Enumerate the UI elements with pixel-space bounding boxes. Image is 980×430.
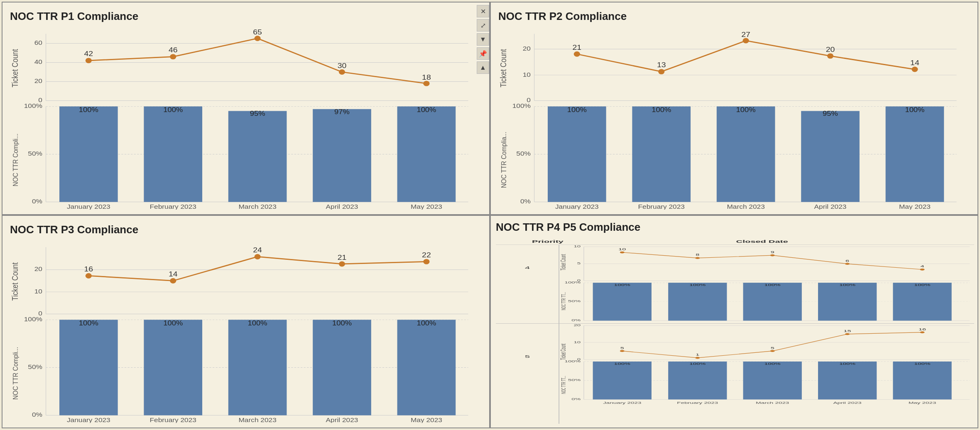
svg-text:100%: 100% <box>614 362 630 365</box>
svg-text:100%: 100% <box>839 283 855 286</box>
svg-text:100%: 100% <box>564 281 581 284</box>
svg-point-83 <box>170 278 176 283</box>
close-button[interactable]: ✕ <box>477 5 489 17</box>
svg-text:40: 40 <box>34 58 42 65</box>
expand-button[interactable]: ▲ <box>477 61 489 74</box>
filter-button[interactable]: ▼ <box>477 33 489 46</box>
svg-text:April 2023: April 2023 <box>326 203 358 210</box>
svg-rect-101 <box>228 320 287 415</box>
svg-text:100%: 100% <box>689 283 706 286</box>
svg-rect-60 <box>548 106 606 202</box>
svg-text:100%: 100% <box>79 106 98 113</box>
svg-rect-141 <box>668 283 727 320</box>
svg-text:20: 20 <box>573 324 581 327</box>
svg-rect-143 <box>818 283 877 320</box>
export-button[interactable]: ⤢ <box>477 19 489 32</box>
svg-text:20: 20 <box>826 46 835 53</box>
svg-text:100%: 100% <box>512 102 531 109</box>
svg-text:1: 1 <box>696 353 699 357</box>
svg-text:March 2023: March 2023 <box>756 401 789 404</box>
svg-point-161 <box>845 333 850 335</box>
svg-text:January 2023: January 2023 <box>603 401 641 404</box>
p5-label: 5 <box>525 354 530 359</box>
svg-rect-144 <box>893 283 951 320</box>
svg-text:42: 42 <box>84 50 93 57</box>
pin-button[interactable]: 📌 <box>477 47 489 60</box>
svg-point-9 <box>86 58 92 63</box>
svg-point-82 <box>86 273 92 279</box>
svg-text:21: 21 <box>573 44 582 51</box>
svg-point-160 <box>770 350 775 352</box>
svg-point-45 <box>743 38 749 44</box>
svg-text:April 2023: April 2023 <box>814 203 847 210</box>
svg-text:13: 13 <box>657 61 666 69</box>
panel-p1-title: NOC TTR P1 Compliance <box>10 10 482 23</box>
svg-text:10: 10 <box>34 288 42 294</box>
svg-text:March 2023: March 2023 <box>727 203 764 210</box>
svg-point-125 <box>770 254 775 257</box>
svg-text:100%: 100% <box>416 106 436 113</box>
y-axis-label-p2-bottom: NOC TTR Complia... <box>500 132 507 188</box>
svg-point-11 <box>255 36 261 41</box>
svg-point-127 <box>920 269 925 271</box>
p4-noc-ttr-label: NOC TTR TT... <box>560 292 567 310</box>
panel-p1-chart: Ticket Count 0 20 40 60 <box>10 26 482 210</box>
svg-text:100%: 100% <box>764 283 781 286</box>
svg-rect-99 <box>59 320 118 415</box>
dashboard: ✕ ⤢ ▼ 📌 ▲ NOC TTR P1 Compliance Ticket C… <box>0 0 980 430</box>
svg-point-126 <box>845 263 850 265</box>
svg-text:16: 16 <box>919 327 926 331</box>
svg-text:15: 15 <box>844 330 851 333</box>
p5-ticket-count-label: Ticket Count <box>560 344 567 360</box>
svg-rect-179 <box>893 362 951 399</box>
svg-text:0%: 0% <box>571 319 581 322</box>
svg-rect-175 <box>593 362 652 399</box>
svg-text:100%: 100% <box>839 362 855 365</box>
svg-text:46: 46 <box>169 46 178 54</box>
svg-text:January 2023: January 2023 <box>67 416 110 423</box>
svg-text:30: 30 <box>338 62 347 70</box>
panel-p1: ✕ ⤢ ▼ 📌 ▲ NOC TTR P1 Compliance Ticket C… <box>2 2 490 215</box>
svg-text:0%: 0% <box>571 398 581 401</box>
svg-point-84 <box>255 254 261 259</box>
panel-p3-chart: Ticket Count 0 10 20 16 <box>10 239 482 423</box>
svg-text:10: 10 <box>573 341 581 344</box>
svg-text:100%: 100% <box>652 106 671 113</box>
svg-text:100%: 100% <box>914 283 931 286</box>
svg-text:100%: 100% <box>24 315 42 322</box>
svg-text:0%: 0% <box>520 198 531 205</box>
panel-p4p5-title: NOC TTR P4 P5 Compliance <box>496 221 974 234</box>
svg-text:May 2023: May 2023 <box>411 203 442 210</box>
svg-rect-178 <box>818 362 877 399</box>
svg-text:21: 21 <box>338 254 347 261</box>
p4-ticket-count-label: Ticket Count <box>560 254 567 270</box>
svg-point-10 <box>170 54 176 59</box>
svg-text:100%: 100% <box>248 320 267 327</box>
svg-text:March 2023: March 2023 <box>238 416 276 423</box>
svg-rect-100 <box>144 320 202 415</box>
svg-text:95%: 95% <box>823 110 838 117</box>
svg-text:9: 9 <box>771 251 774 254</box>
bar-p1-mar <box>228 111 287 202</box>
svg-text:May 2023: May 2023 <box>411 416 442 423</box>
svg-text:50%: 50% <box>568 379 581 381</box>
svg-text:100%: 100% <box>614 283 630 286</box>
svg-text:February 2023: February 2023 <box>638 203 685 210</box>
svg-text:18: 18 <box>422 73 431 81</box>
svg-point-124 <box>695 257 700 259</box>
svg-text:February 2023: February 2023 <box>677 401 718 404</box>
svg-text:5: 5 <box>577 262 581 265</box>
p5-noc-ttr-label: NOC TTR TT... <box>560 376 567 394</box>
svg-text:20: 20 <box>523 45 531 51</box>
svg-text:May 2023: May 2023 <box>899 203 931 210</box>
svg-text:20: 20 <box>34 266 42 272</box>
svg-point-43 <box>574 51 580 57</box>
bar-p1-may <box>397 106 456 202</box>
svg-text:14: 14 <box>169 271 178 278</box>
y-axis-label-p2-top: Ticket Count <box>499 49 508 87</box>
svg-text:4: 4 <box>920 265 924 268</box>
priority-label: Priority <box>532 239 564 244</box>
svg-text:10: 10 <box>573 245 581 248</box>
svg-text:8: 8 <box>696 253 699 257</box>
svg-text:20: 20 <box>34 77 42 84</box>
